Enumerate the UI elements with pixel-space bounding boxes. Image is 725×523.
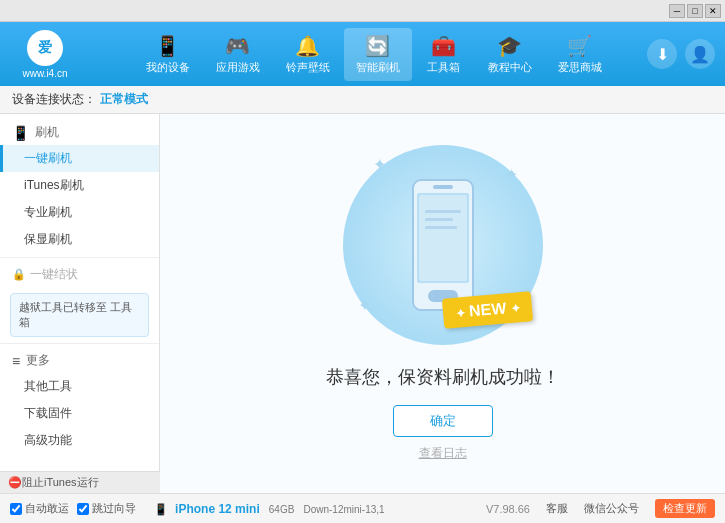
device-model: Down-12mini-13,1 [303,504,384,515]
nav-my-device-label: 我的设备 [146,60,190,75]
save-flash-label: 保显刷机 [24,232,72,246]
device-storage: 64GB [269,504,295,515]
log-link[interactable]: 查看日志 [419,445,467,462]
confirm-button[interactable]: 确定 [393,405,493,437]
sidebar-divider-1 [0,257,159,258]
wallpaper-icon: 🔔 [295,34,320,58]
sidebar-item-download-fw[interactable]: 下载固件 [0,400,159,427]
new-badge: NEW [442,291,534,329]
nav-shop[interactable]: 🛒 爱思商城 [546,28,614,81]
tutorial-icon: 🎓 [497,34,522,58]
nav-apps-games[interactable]: 🎮 应用游戏 [204,28,272,81]
itunes-bar[interactable]: ⛔阻止iTunes运行 [0,471,160,493]
maximize-btn[interactable]: □ [687,4,703,18]
flash-section-icon: 📱 [12,125,29,141]
more-section-label: 更多 [26,352,50,369]
nav-wallpaper-label: 铃声壁纸 [286,60,330,75]
bottom-left: 自动敢运 跳过向导 📱 iPhone 12 mini 64GB Down-12m… [10,501,486,516]
nav-tutorial[interactable]: 🎓 教程中心 [476,28,544,81]
phone-svg [403,175,483,315]
nav-my-device[interactable]: 📱 我的设备 [134,28,202,81]
status-label: 设备连接状态： [12,91,96,108]
sidebar-info-box: 越狱工具已转移至 工具箱 [10,293,149,337]
sidebar-section-flash[interactable]: 📱 刷机 [0,120,159,145]
nav-wallpaper[interactable]: 🔔 铃声壁纸 [274,28,342,81]
bottom-right: V7.98.66 客服 微信公众号 检查更新 [486,499,715,518]
locked-label: 一键结状 [30,266,78,283]
nav-smart-flash-label: 智能刷机 [356,60,400,75]
skip-guide-checkbox[interactable]: 跳过向导 [77,501,136,516]
skip-guide-input[interactable] [77,503,89,515]
minimize-btn[interactable]: ─ [669,4,685,18]
window-controls[interactable]: ─ □ ✕ [669,4,721,18]
nav-toolbox[interactable]: 🧰 工具箱 [414,28,474,81]
svg-rect-7 [425,226,457,229]
shop-icon: 🛒 [567,34,592,58]
logo[interactable]: 爱 www.i4.cn [10,30,80,79]
sidebar-item-itunes-flash[interactable]: iTunes刷机 [0,172,159,199]
auto-launch-input[interactable] [10,503,22,515]
svg-rect-6 [425,218,453,221]
auto-launch-label: 自动敢运 [25,501,69,516]
svg-rect-4 [419,195,467,281]
sidebar-item-pro-flash[interactable]: 专业刷机 [0,199,159,226]
lock-icon: 🔒 [12,268,26,281]
phone-illustration: ✦ ✦ ✦ [343,145,543,345]
one-key-flash-label: 一键刷机 [24,151,72,165]
customer-service-link[interactable]: 客服 [546,501,568,516]
sidebar-divider-2 [0,343,159,344]
device-info: 📱 iPhone 12 mini 64GB Down-12mini-13,1 [154,502,385,516]
svg-rect-3 [433,185,453,189]
sidebar: 📱 刷机 一键刷机 iTunes刷机 专业刷机 保显刷机 🔒 一键结状 越狱工具… [0,114,160,493]
other-tools-label: 其他工具 [24,379,72,393]
close-btn[interactable]: ✕ [705,4,721,18]
info-box-text: 越狱工具已转移至 工具箱 [19,301,132,328]
nav-apps-games-label: 应用游戏 [216,60,260,75]
sidebar-item-save-flash[interactable]: 保显刷机 [0,226,159,253]
nav-tutorial-label: 教程中心 [488,60,532,75]
wechat-link[interactable]: 微信公众号 [584,501,639,516]
sidebar-item-advanced[interactable]: 高级功能 [0,427,159,454]
sidebar-locked-section: 🔒 一键结状 [0,262,159,287]
success-text: 恭喜您，保资料刷机成功啦！ [326,365,560,389]
sparkle-1: ✦ [373,155,386,174]
nav-shop-label: 爱思商城 [558,60,602,75]
sidebar-section-more[interactable]: ≡ 更多 [0,348,159,373]
version-text: V7.98.66 [486,503,530,515]
bottom-bar: 自动敢运 跳过向导 📱 iPhone 12 mini 64GB Down-12m… [0,493,725,523]
nav-bar: 📱 我的设备 🎮 应用游戏 🔔 铃声壁纸 🔄 智能刷机 🧰 工具箱 🎓 教程中心… [100,28,647,81]
sparkle-2: ✦ [505,165,518,184]
sparkle-3: ✦ [358,296,371,315]
sidebar-item-one-key-flash[interactable]: 一键刷机 [0,145,159,172]
user-btn[interactable]: 👤 [685,39,715,69]
main-area: 📱 刷机 一键刷机 iTunes刷机 专业刷机 保显刷机 🔒 一键结状 越狱工具… [0,114,725,493]
itunes-flash-label: iTunes刷机 [24,178,84,192]
itunes-bar-label: ⛔阻止iTunes运行 [8,475,99,490]
sidebar-item-other-tools[interactable]: 其他工具 [0,373,159,400]
status-value: 正常模式 [100,91,148,108]
header: 爱 www.i4.cn 📱 我的设备 🎮 应用游戏 🔔 铃声壁纸 🔄 智能刷机 … [0,22,725,86]
smart-flash-icon: 🔄 [365,34,390,58]
nav-smart-flash[interactable]: 🔄 智能刷机 [344,28,412,81]
svg-rect-5 [425,210,461,213]
header-right: ⬇ 👤 [647,39,715,69]
toolbox-icon: 🧰 [431,34,456,58]
my-device-icon: 📱 [155,34,180,58]
check-update-btn[interactable]: 检查更新 [655,499,715,518]
logo-url: www.i4.cn [22,68,67,79]
advanced-label: 高级功能 [24,433,72,447]
apps-games-icon: 🎮 [225,34,250,58]
phone-circle-bg: ✦ ✦ ✦ [343,145,543,345]
skip-guide-label: 跳过向导 [92,501,136,516]
flash-section-label: 刷机 [35,124,59,141]
nav-toolbox-label: 工具箱 [427,60,460,75]
content-area: ✦ ✦ ✦ [160,114,725,493]
download-fw-label: 下载固件 [24,406,72,420]
auto-launch-checkbox[interactable]: 自动敢运 [10,501,69,516]
download-btn[interactable]: ⬇ [647,39,677,69]
logo-icon: 爱 [27,30,63,66]
title-bar: ─ □ ✕ [0,0,725,22]
device-name: iPhone 12 mini [175,502,260,516]
more-section-icon: ≡ [12,353,20,369]
pro-flash-label: 专业刷机 [24,205,72,219]
